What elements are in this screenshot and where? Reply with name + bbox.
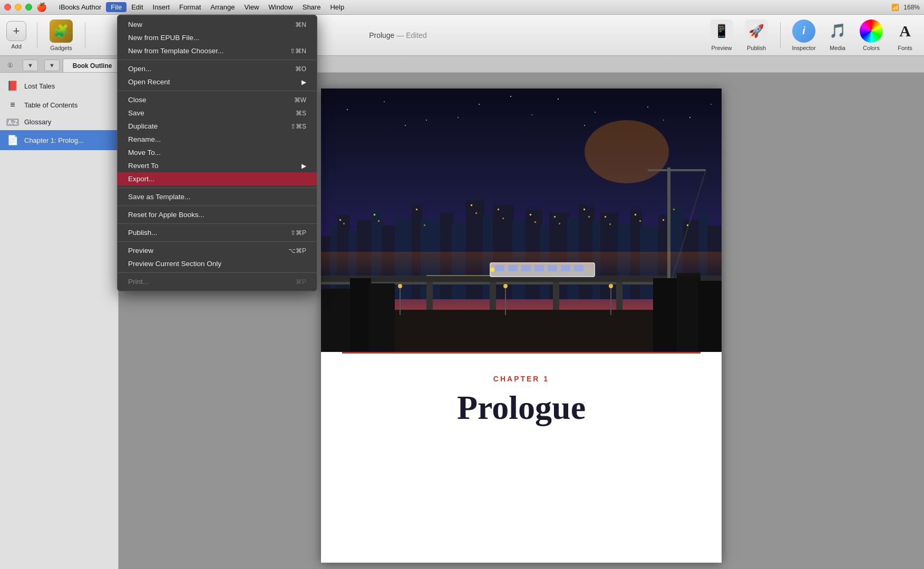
svg-point-82 xyxy=(609,284,613,288)
menu-arrow-open-recent: ▶ xyxy=(301,79,306,86)
menubar-format[interactable]: Format xyxy=(174,2,206,12)
svg-point-107 xyxy=(584,125,585,126)
sidebar-lost-tales-label: Lost Tales xyxy=(24,82,55,90)
menu-item-preview-section[interactable]: Preview Current Section Only xyxy=(118,257,317,270)
colors-icon xyxy=(860,19,883,43)
preview-button[interactable]: 📱 Preview xyxy=(708,19,735,51)
tab-dropdown-1[interactable]: ▼ xyxy=(23,60,38,71)
menu-shortcut-close: ⌘W xyxy=(294,96,306,104)
svg-rect-91 xyxy=(677,273,701,352)
menu-sep-3 xyxy=(118,188,317,188)
glossary-icon: A-Z xyxy=(6,119,19,126)
tab-dropdown-2[interactable]: ▼ xyxy=(44,60,60,71)
minimize-window-button[interactable] xyxy=(15,4,22,11)
dropdown-arrow-1: ▼ xyxy=(27,62,33,68)
svg-point-96 xyxy=(426,120,427,121)
menu-item-save-template[interactable]: Save as Template... xyxy=(118,190,317,203)
svg-point-108 xyxy=(663,120,664,121)
svg-rect-48 xyxy=(583,209,585,210)
publish-button[interactable]: 🚀 Publish xyxy=(743,19,770,51)
menu-item-duplicate[interactable]: Duplicate ⇧⌘S xyxy=(118,120,317,133)
menubar-view[interactable]: View xyxy=(240,2,264,12)
menu-item-revert-to[interactable]: Revert To ▶ xyxy=(118,159,317,172)
chapter-icon: 📄 xyxy=(6,134,19,146)
menu-item-move-to[interactable]: Move To... xyxy=(118,146,317,159)
list-icon: ≡ xyxy=(6,100,19,110)
sidebar-item-table-of-contents[interactable]: ≡ Table of Contents xyxy=(0,96,118,114)
add-button[interactable]: + xyxy=(6,21,26,41)
svg-point-102 xyxy=(689,117,690,118)
menu-item-preview[interactable]: Preview ⌥⌘P xyxy=(118,244,317,257)
gadgets-button[interactable]: 🧩 Gadgets xyxy=(48,19,74,51)
menu-shortcut-preview: ⌥⌘P xyxy=(288,247,306,254)
menubar-share[interactable]: Share xyxy=(298,2,326,12)
menubar-help[interactable]: Help xyxy=(325,2,349,12)
svg-rect-37 xyxy=(378,220,380,222)
menu-shortcut-new: ⌘N xyxy=(295,21,306,28)
media-icon: 🎵 xyxy=(826,19,849,43)
menubar-ibooks-author[interactable]: iBooks Author xyxy=(54,2,106,12)
svg-rect-42 xyxy=(498,209,499,210)
fonts-button[interactable]: A Fonts xyxy=(892,19,918,51)
svg-rect-49 xyxy=(588,216,590,218)
svg-rect-52 xyxy=(635,214,636,215)
file-menu: New ⌘N New from EPUB File... New from Te… xyxy=(117,15,317,291)
menu-item-new[interactable]: New ⌘N xyxy=(118,18,317,31)
menu-item-reset-apple-books[interactable]: Reset for Apple Books... xyxy=(118,208,317,221)
svg-rect-40 xyxy=(471,204,472,206)
menu-item-publish[interactable]: Publish... ⇧⌘P xyxy=(118,226,317,239)
sidebar-item-glossary[interactable]: A-Z Glossary xyxy=(0,114,118,130)
svg-rect-34 xyxy=(339,219,341,221)
colors-button[interactable]: Colors xyxy=(859,19,884,51)
svg-point-106 xyxy=(510,96,511,97)
svg-rect-51 xyxy=(609,223,611,225)
menubar-file[interactable]: File xyxy=(106,2,127,12)
svg-rect-35 xyxy=(343,223,345,224)
battery-indicator: 168% xyxy=(903,4,920,11)
menu-shortcut-new-template: ⇧⌘N xyxy=(290,47,306,55)
close-window-button[interactable] xyxy=(4,4,11,11)
svg-rect-50 xyxy=(605,216,606,218)
menu-item-open[interactable]: Open... ⌘O xyxy=(118,62,317,75)
file-menu-popup: New ⌘N New from EPUB File... New from Te… xyxy=(117,15,317,291)
chapter-label: CHAPTER 1 xyxy=(321,354,722,383)
sidebar-toc-label: Table of Contents xyxy=(24,101,77,109)
menu-item-new-epub[interactable]: New from EPUB File... xyxy=(118,31,317,44)
publish-label: Publish xyxy=(747,45,766,51)
media-button[interactable]: 🎵 Media xyxy=(825,19,850,51)
svg-rect-43 xyxy=(502,218,504,219)
menu-sep-4 xyxy=(118,205,317,206)
tab-book-outline[interactable]: Book Outline xyxy=(63,58,122,72)
menu-item-new-template[interactable]: New from Template Chooser... ⇧⌘N xyxy=(118,44,317,57)
menu-item-close[interactable]: Close ⌘W xyxy=(118,93,317,106)
menu-item-rename[interactable]: Rename... xyxy=(118,133,317,146)
zoom-window-button[interactable] xyxy=(25,4,32,11)
menu-item-print[interactable]: Print... ⌘P xyxy=(118,275,317,288)
svg-point-94 xyxy=(347,109,348,110)
svg-rect-93 xyxy=(321,252,722,278)
svg-point-78 xyxy=(398,284,402,288)
svg-rect-88 xyxy=(350,278,371,352)
menu-shortcut-open: ⌘O xyxy=(295,65,306,73)
svg-rect-55 xyxy=(673,209,675,210)
gadgets-icon: 🧩 xyxy=(50,19,73,43)
menu-shortcut-duplicate: ⇧⌘S xyxy=(290,123,306,130)
sidebar-item-chapter-1[interactable]: 📄 Chapter 1: Prolog... xyxy=(0,130,118,150)
svg-point-104 xyxy=(405,125,406,126)
book-icon: 📕 xyxy=(6,80,19,92)
menubar-edit[interactable]: Edit xyxy=(127,2,148,12)
svg-rect-41 xyxy=(475,212,477,214)
edited-indicator: — Edited xyxy=(396,31,427,40)
menubar-insert[interactable]: Insert xyxy=(148,2,175,12)
menu-item-export[interactable]: Export... xyxy=(118,172,317,185)
sidebar-item-lost-tales[interactable]: 📕 Lost Tales xyxy=(0,76,118,96)
apple-menu-icon[interactable]: 🍎 xyxy=(36,2,47,12)
menubar-window[interactable]: Window xyxy=(264,2,297,12)
menu-item-open-recent[interactable]: Open Recent ▶ xyxy=(118,75,317,89)
wifi-icon: 📶 xyxy=(891,4,899,11)
menubar-arrange[interactable]: Arrange xyxy=(206,2,239,12)
menu-item-save[interactable]: Save ⌘S xyxy=(118,106,317,120)
svg-point-97 xyxy=(479,104,480,105)
inspector-button[interactable]: i Inspector xyxy=(791,19,816,51)
svg-point-103 xyxy=(711,104,712,105)
